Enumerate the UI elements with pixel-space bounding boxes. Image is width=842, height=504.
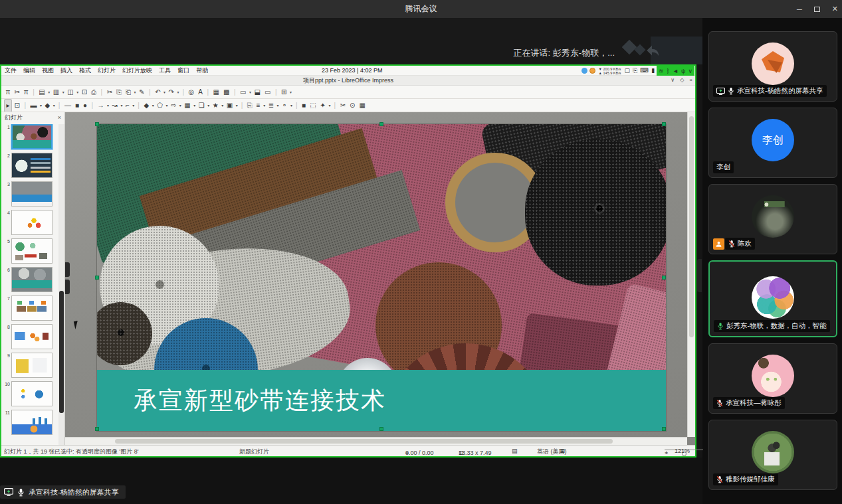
menu-slide[interactable]: 幻灯片: [94, 66, 119, 75]
slide-thumbnail-3[interactable]: 3: [3, 181, 58, 207]
slide-thumbnail-11[interactable]: 11: [3, 410, 58, 435]
align-icon[interactable]: ≡: [255, 100, 262, 112]
impress-title-bar[interactable]: 项目ppt.pptx - LibreOffice Impress ∨ ◇ ×: [1, 76, 695, 86]
minimize-button[interactable]: ─: [797, 5, 802, 13]
master-slide-icon[interactable]: ⬓: [253, 86, 262, 98]
battery-icon[interactable]: ▮: [651, 67, 655, 74]
slide-thumbnail-5[interactable]: 5: [3, 238, 58, 264]
slide-thumbnail-8[interactable]: 8: [3, 324, 58, 349]
gallery-icon[interactable]: ▦: [358, 100, 367, 112]
caret-icon[interactable]: ▾: [235, 100, 239, 112]
slide-thumbnail-10[interactable]: 10: [3, 381, 58, 406]
selection-handle[interactable]: [379, 427, 383, 431]
select-icon[interactable]: ▸: [4, 99, 12, 112]
export-pdf-icon[interactable]: ⊡: [80, 86, 88, 98]
selection-handle[interactable]: [95, 122, 99, 126]
slide-thumbnail-4[interactable]: 4: [3, 210, 58, 235]
texmaths-inline-icon[interactable]: ✂: [13, 86, 21, 98]
app-icon-orange[interactable]: [589, 68, 595, 74]
menu-help[interactable]: 帮助: [193, 66, 211, 75]
menu-window[interactable]: 窗口: [174, 66, 193, 75]
display-icon[interactable]: ▢: [624, 67, 630, 74]
selection-handle[interactable]: [662, 427, 666, 431]
caret-icon[interactable]: ▾: [263, 100, 266, 112]
arrow-icon[interactable]: →: [96, 100, 106, 112]
keyboard-icon[interactable]: ⌨: [640, 67, 649, 74]
display-views-icon[interactable]: ▭: [239, 86, 248, 98]
caret-icon[interactable]: ▾: [193, 100, 196, 112]
flowchart-icon[interactable]: ▦: [183, 100, 192, 112]
texmaths-settings-icon[interactable]: π: [22, 86, 30, 98]
selection-handle[interactable]: [95, 427, 99, 431]
caret-icon[interactable]: ▾: [179, 100, 182, 112]
open-icon[interactable]: ▥: [51, 86, 60, 98]
filter-icon[interactable]: ✦: [318, 100, 327, 112]
close-button[interactable]: ✕: [832, 5, 838, 13]
slide-thumbnail-7[interactable]: 7: [3, 295, 58, 321]
symbol-shapes-icon[interactable]: ⬠: [156, 100, 165, 112]
connector-icon[interactable]: ⌐: [124, 100, 132, 112]
panel-collapse-grip[interactable]: [65, 280, 70, 294]
new-document-icon[interactable]: ▤: [37, 86, 47, 98]
caret-icon[interactable]: ▾: [328, 100, 332, 112]
caret-icon[interactable]: ▾: [176, 86, 179, 98]
undo-icon[interactable]: ↶: [154, 86, 162, 98]
slide-canvas[interactable]: 承宣新型砂带连接技术: [65, 112, 695, 445]
menu-view[interactable]: 视图: [39, 66, 57, 75]
selection-handle[interactable]: [662, 122, 666, 126]
gluepoints-icon[interactable]: ⊙: [348, 100, 357, 112]
participant-tile-zoujiakang[interactable]: 稚影传媒邹佳康: [708, 420, 837, 490]
ellipse-icon[interactable]: ●: [81, 100, 88, 112]
menu-insert[interactable]: 插入: [57, 66, 76, 75]
caret-icon[interactable]: ▾: [62, 86, 65, 98]
rotate-icon[interactable]: ⎘: [245, 100, 254, 112]
rectangle-icon[interactable]: ■: [73, 100, 80, 112]
wifi-icon[interactable]: ≋: [659, 68, 664, 74]
slide-thumbnail-6[interactable]: 6: [3, 267, 58, 292]
clone-formatting-icon[interactable]: ✎: [138, 86, 146, 98]
caret-icon[interactable]: ▾: [152, 100, 155, 112]
callout-icon[interactable]: ❏: [197, 100, 206, 112]
app-icon-blue[interactable]: [581, 68, 587, 74]
caret-icon[interactable]: ▾: [47, 86, 51, 98]
copy-icon[interactable]: ⎘: [115, 86, 124, 98]
slide-thumbnail-1[interactable]: 1: [3, 124, 58, 149]
caret-icon[interactable]: ▾: [163, 86, 166, 98]
texmaths-equation-icon[interactable]: π: [4, 86, 12, 98]
helplines-icon[interactable]: ▩: [222, 86, 231, 98]
cut-icon[interactable]: ✂: [105, 86, 114, 98]
stars-icon[interactable]: ★: [211, 100, 220, 112]
insert-table-icon[interactable]: ⊞: [280, 86, 288, 98]
curve-icon[interactable]: ↝: [110, 100, 119, 112]
line-color-icon[interactable]: ▬: [29, 100, 39, 112]
grid-icon[interactable]: ▦: [211, 86, 221, 98]
caret-icon[interactable]: ▾: [289, 86, 292, 98]
paste-icon[interactable]: ⎗: [124, 86, 133, 98]
3d-objects-icon[interactable]: ▣: [225, 100, 234, 112]
menu-format[interactable]: 格式: [76, 66, 94, 75]
redo-icon[interactable]: ↷: [167, 86, 175, 98]
participant-tile-sharer[interactable]: 承宣科技-杨皓然的屏幕共享: [708, 31, 837, 102]
caret-icon[interactable]: ▾: [106, 100, 110, 112]
zoom-pan-icon[interactable]: ⊡: [13, 100, 21, 112]
fill-color-icon[interactable]: ◆: [43, 100, 52, 112]
caret-icon[interactable]: ▾: [132, 100, 135, 112]
mic-tray-icon[interactable]: ψ: [681, 68, 685, 74]
maximize-button[interactable]: [814, 7, 820, 12]
selection-handle[interactable]: [379, 122, 383, 126]
crop-icon[interactable]: ⬚: [308, 100, 318, 112]
caret-icon[interactable]: ▾: [120, 100, 123, 112]
participant-tile-lichuang[interactable]: 李创 李创: [708, 108, 837, 178]
basic-shapes-icon[interactable]: ◆: [142, 100, 151, 112]
impress-menu-button[interactable]: ∨: [671, 76, 675, 85]
line-icon[interactable]: —: [62, 100, 72, 112]
caret-icon[interactable]: ▾: [290, 100, 293, 112]
points-icon[interactable]: ✂: [338, 100, 347, 112]
caret-icon[interactable]: ▾: [53, 100, 56, 112]
print-icon[interactable]: ⎙: [90, 86, 98, 98]
slide-thumbnail-2[interactable]: 2: [3, 153, 58, 178]
character-icon[interactable]: A: [197, 86, 205, 98]
participant-tile-pengxiudong[interactable]: 彭秀东-物联，数据，自动，智能: [708, 260, 837, 337]
save-icon[interactable]: ◫: [66, 86, 75, 98]
block-arrows-icon[interactable]: ⇨: [169, 100, 177, 112]
